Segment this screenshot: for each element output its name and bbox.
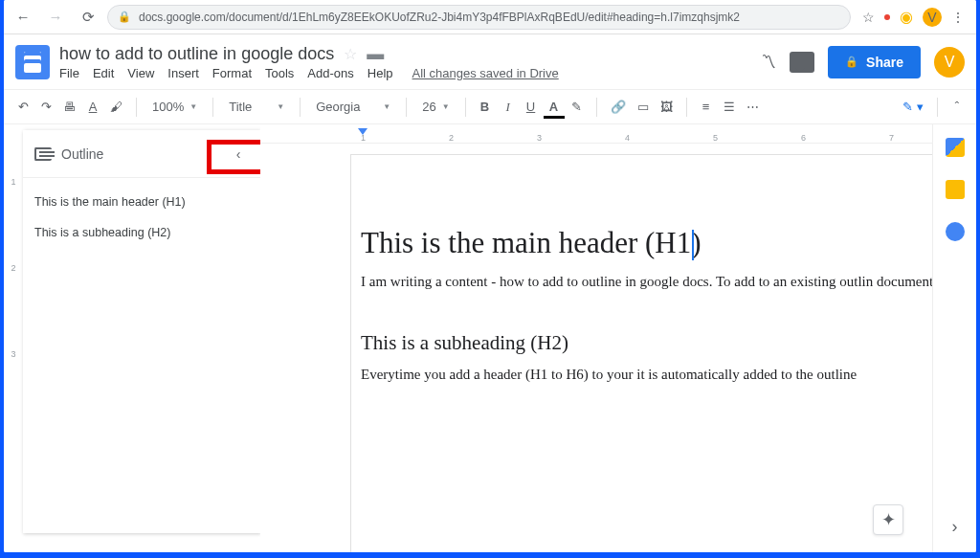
vruler-mark: 2: [11, 263, 15, 273]
hide-menus-icon[interactable]: ˆ: [947, 97, 967, 117]
h1-text: This is the main header (H1): [361, 226, 702, 259]
paint-format-icon[interactable]: 🖌: [106, 97, 126, 117]
show-side-panel-icon[interactable]: ›: [952, 517, 958, 537]
style-select[interactable]: Title▼: [223, 100, 290, 114]
insert-comment-icon[interactable]: ▭: [634, 97, 653, 117]
text-color-button[interactable]: A: [545, 97, 564, 117]
document-surface: 1 2 3 4 5 6 7 This is the main header (H…: [260, 124, 932, 552]
account-avatar[interactable]: V: [934, 47, 965, 78]
extension-icons: ☆ ◉ V ⋮: [857, 8, 970, 27]
ext-buffer-icon[interactable]: ◉: [900, 8, 913, 26]
outline-items: This is the main header (H1) This is a s…: [23, 178, 260, 257]
lock-icon: 🔒: [118, 11, 131, 23]
menu-insert[interactable]: Insert: [167, 66, 199, 80]
line-spacing-icon[interactable]: ☰: [720, 97, 739, 117]
star-icon[interactable]: ☆: [862, 10, 875, 25]
hruler-mark: 5: [713, 133, 718, 143]
side-panel: ›: [932, 124, 976, 552]
more-toolbar-icon[interactable]: ⋯: [743, 97, 763, 117]
italic-button[interactable]: I: [499, 97, 518, 118]
share-label: Share: [866, 55, 903, 70]
hruler-mark: 3: [537, 133, 542, 143]
explore-button[interactable]: ✦: [873, 504, 903, 535]
document-paragraph[interactable]: Everytime you add a header (H1 to H6) to…: [361, 365, 932, 386]
zoom-value: 100%: [152, 100, 184, 114]
hruler-mark: 4: [625, 133, 630, 143]
outline-panel: Outline ‹ This is the main header (H1) T…: [23, 130, 260, 533]
docs-logo-icon[interactable]: [15, 45, 50, 79]
star-document-icon[interactable]: ☆: [344, 45, 357, 63]
document-title[interactable]: how to add to outline in google docs: [59, 44, 334, 64]
redo-icon[interactable]: ↷: [36, 97, 56, 117]
menu-help[interactable]: Help: [368, 66, 393, 80]
browser-toolbar: ← → ⟳ 🔒 docs.google.com/document/d/1EhLm…: [4, 0, 976, 34]
kebab-icon[interactable]: ⋮: [951, 10, 965, 25]
style-value: Title: [229, 100, 252, 114]
comments-icon[interactable]: [790, 52, 814, 73]
collapse-outline-button[interactable]: ‹: [222, 140, 255, 168]
docs-header: how to add to outline in google docs ☆ ▬…: [4, 34, 976, 90]
outline-item-h1[interactable]: This is the main header (H1): [34, 195, 249, 209]
document-h1[interactable]: This is the main header (H1): [361, 226, 932, 260]
profile-avatar[interactable]: V: [923, 8, 942, 27]
undo-icon[interactable]: ↶: [13, 97, 33, 117]
reload-icon[interactable]: ⟳: [75, 9, 101, 26]
font-value: Georgia: [316, 100, 360, 114]
outline-title: Outline: [61, 146, 212, 162]
text-cursor: [692, 230, 694, 260]
back-icon[interactable]: ←: [10, 9, 36, 25]
docs-toolbar: ↶ ↷ 🖶 A 🖌 100%▼ Title▼ Georgia▼ 26▼ B I …: [4, 90, 976, 124]
hruler-mark: 7: [889, 133, 894, 143]
insert-image-icon[interactable]: 🖼: [657, 97, 677, 117]
indent-marker-icon[interactable]: [358, 128, 368, 135]
insert-link-icon[interactable]: 🔗: [607, 97, 630, 117]
menu-tools[interactable]: Tools: [265, 66, 294, 80]
keep-app-icon[interactable]: [946, 180, 965, 199]
work-area: 1 2 3 Outline ‹ This is the main header …: [4, 124, 976, 552]
highlight-button[interactable]: ✎: [568, 97, 587, 117]
font-select[interactable]: Georgia▼: [310, 100, 396, 114]
document-paragraph[interactable]: I am writing a content - how to add to o…: [361, 272, 932, 293]
browser-window: ← → ⟳ 🔒 docs.google.com/document/d/1EhLm…: [4, 0, 976, 552]
move-folder-icon[interactable]: ▬: [367, 44, 384, 64]
hruler-mark: 6: [801, 133, 806, 143]
hruler-mark: 2: [449, 133, 454, 143]
tasks-app-icon[interactable]: [946, 222, 965, 241]
save-status[interactable]: All changes saved in Drive: [412, 66, 559, 80]
lock-icon: 🔒: [845, 56, 858, 68]
spellcheck-icon[interactable]: A: [83, 97, 102, 117]
menu-view[interactable]: View: [127, 66, 154, 80]
ext-red-dot-icon[interactable]: [884, 14, 890, 20]
document-page[interactable]: This is the main header (H1) I am writin…: [351, 155, 932, 552]
menu-edit[interactable]: Edit: [93, 66, 114, 80]
print-icon[interactable]: 🖶: [59, 97, 79, 117]
omnibox[interactable]: 🔒 docs.google.com/document/d/1EhLm6yZ8EE…: [107, 5, 851, 30]
outline-header: Outline ‹: [23, 130, 260, 178]
vruler-mark: 3: [11, 349, 15, 359]
zoom-select[interactable]: 100%▼: [146, 100, 203, 114]
font-size-select[interactable]: 26▼: [416, 100, 455, 114]
bold-button[interactable]: B: [476, 97, 495, 117]
horizontal-ruler[interactable]: 1 2 3 4 5 6 7: [260, 124, 932, 144]
underline-button[interactable]: U: [522, 97, 541, 117]
document-h2[interactable]: This is a subheading (H2): [361, 331, 932, 355]
activity-icon[interactable]: 〽: [761, 54, 776, 71]
url-text: docs.google.com/document/d/1EhLm6yZ8EEkO…: [139, 11, 740, 24]
align-icon[interactable]: ≡: [697, 97, 716, 117]
menu-file[interactable]: File: [59, 66, 79, 80]
vruler-mark: 1: [11, 177, 15, 187]
forward-icon[interactable]: →: [42, 9, 69, 25]
font-size-value: 26: [422, 100, 435, 114]
editing-mode-icon[interactable]: ✎ ▾: [899, 97, 927, 117]
outline-icon: [34, 147, 52, 161]
menu-bar: File Edit View Insert Format Tools Add-o…: [59, 66, 751, 80]
outline-item-h2[interactable]: This is a subheading (H2): [34, 226, 249, 239]
vertical-ruler: 1 2 3: [4, 124, 23, 552]
share-button[interactable]: 🔒 Share: [828, 46, 921, 78]
menu-addons[interactable]: Add-ons: [307, 66, 353, 80]
calendar-app-icon[interactable]: [946, 138, 965, 157]
menu-format[interactable]: Format: [212, 66, 252, 80]
